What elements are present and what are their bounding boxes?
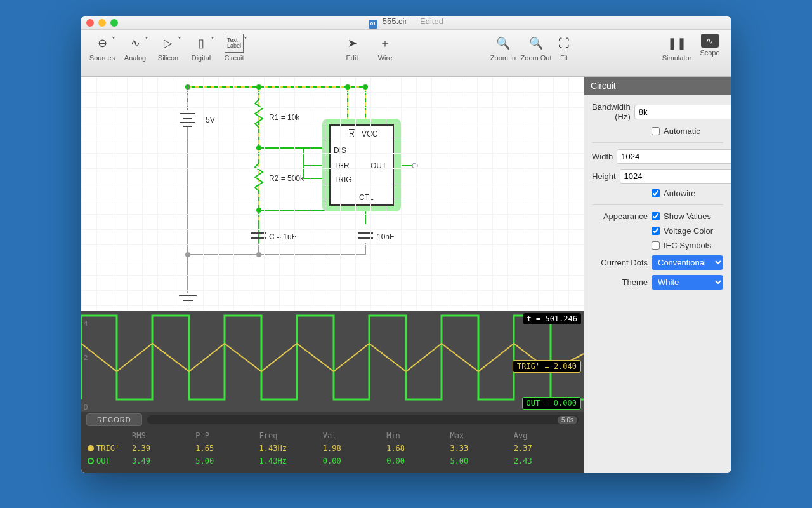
current-dots-select[interactable]: Conventional xyxy=(652,255,723,270)
autowire-checkbox[interactable] xyxy=(652,189,660,197)
pause-icon: ❚❚ xyxy=(667,34,686,53)
close-icon[interactable] xyxy=(86,19,94,27)
inspector-title: Circuit xyxy=(584,77,731,95)
trig-badge: TRIG' = 2.040 xyxy=(513,360,581,373)
height-input[interactable] xyxy=(620,169,731,184)
minimize-icon[interactable] xyxy=(98,19,106,27)
simulator-button[interactable]: ❚❚Simulator xyxy=(661,34,693,62)
record-button[interactable]: RECORD xyxy=(86,413,142,426)
analog-button[interactable]: ∿▾Analog xyxy=(119,34,151,62)
bandwidth-input[interactable] xyxy=(634,105,731,119)
wire-tool-button[interactable]: ＋Wire xyxy=(369,34,401,62)
diode-icon: ▷ xyxy=(159,34,178,53)
theme-select[interactable]: White xyxy=(652,275,723,290)
chip-icon: ▯ xyxy=(192,34,211,53)
width-input[interactable] xyxy=(617,149,731,164)
zoom-out-button[interactable]: 🔍Zoom Out xyxy=(520,34,552,62)
source-icon: ⊖ xyxy=(93,34,112,53)
time-slider[interactable]: 5.0s xyxy=(147,415,579,424)
voltage-color-checkbox[interactable] xyxy=(652,227,660,235)
schematic-canvas[interactable]: 5V R1 = 10k R2 = 500k C = 1uF 10nF xyxy=(81,77,584,311)
cursor-icon: ➤ xyxy=(343,34,362,53)
zoom-in-icon: 🔍 xyxy=(494,34,513,53)
stats-table: RMSP-PFreqValMinMaxAvg TRIG' 2.391.651.4… xyxy=(81,427,584,473)
automatic-checkbox[interactable] xyxy=(652,127,660,135)
scope-button[interactable]: ∿Scope xyxy=(694,34,726,62)
scope-plot[interactable]: 4 2 0 t = 501.246 TRIG' = 2.040 OUT = 0.… xyxy=(81,311,584,412)
titlebar: 01 555.cir — Edited xyxy=(81,16,731,30)
zoom-out-icon: 🔍 xyxy=(527,34,546,53)
toolbar: ⊖▾Sources ∿▾Analog ▷▾Silicon ▯▾Digital T… xyxy=(81,30,731,77)
window-title: 01 555.cir — Edited xyxy=(81,17,731,29)
plus-icon: ＋ xyxy=(376,34,395,53)
zoom-in-button[interactable]: 🔍Zoom In xyxy=(487,34,519,62)
resistor-icon: ∿ xyxy=(126,34,145,53)
maximize-icon[interactable] xyxy=(110,19,118,27)
file-icon: 01 xyxy=(369,20,377,29)
show-values-checkbox[interactable] xyxy=(652,212,660,220)
fit-button[interactable]: ⛶Fit xyxy=(553,34,575,62)
out-badge: OUT = 0.000 xyxy=(522,397,581,410)
scope-panel: 4 2 0 t = 501.246 TRIG' = 2.040 OUT = 0.… xyxy=(81,311,584,473)
sources-button[interactable]: ⊖▾Sources xyxy=(86,34,118,62)
time-badge: t = 501.246 xyxy=(523,313,581,324)
signal-row: TRIG' xyxy=(88,444,132,457)
circuit-button[interactable]: TextLabel▾Circuit xyxy=(218,34,250,62)
iec-checkbox[interactable] xyxy=(652,241,660,250)
digital-button[interactable]: ▯▾Digital xyxy=(185,34,217,62)
silicon-button[interactable]: ▷▾Silicon xyxy=(152,34,184,62)
fit-icon: ⛶ xyxy=(554,34,573,53)
inspector-panel: Circuit Bandwidth (Hz) Automatic Width▴▾… xyxy=(584,77,731,473)
edit-tool-button[interactable]: ➤Edit xyxy=(336,34,368,62)
textlabel-icon: TextLabel xyxy=(225,34,244,53)
wave-icon: ∿ xyxy=(701,34,719,48)
signal-row: OUT xyxy=(88,457,132,469)
